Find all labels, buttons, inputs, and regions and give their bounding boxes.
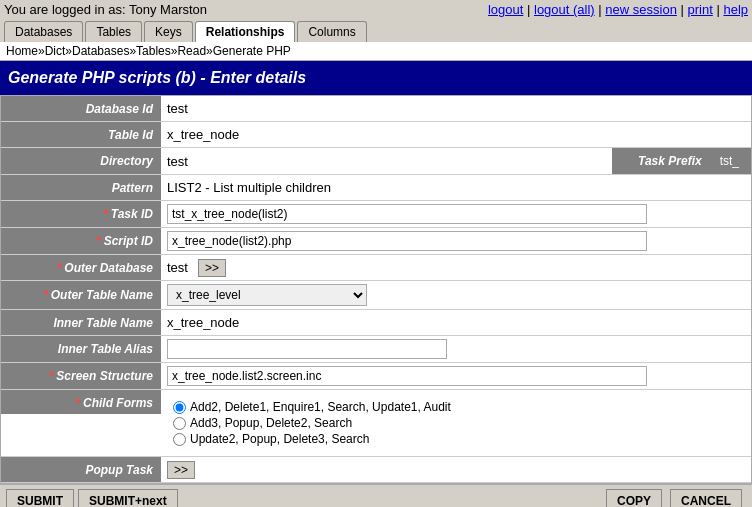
screen-structure-label-text: Screen Structure xyxy=(56,369,153,383)
directory-row: Directory test Task Prefix tst_ xyxy=(1,148,751,175)
child-forms-option-0-text: Add2, Delete1, Enquire1, Search, Update1… xyxy=(190,400,451,414)
directory-label: Directory xyxy=(1,148,161,174)
database-id-text: test xyxy=(167,101,188,116)
task-id-label: * Task ID xyxy=(1,201,161,227)
database-id-value: test xyxy=(161,96,751,121)
task-id-value xyxy=(161,201,751,227)
child-forms-label-text: Child Forms xyxy=(83,396,153,410)
outer-table-select[interactable]: x_tree_level xyxy=(167,284,367,306)
directory-value: test Task Prefix tst_ xyxy=(161,148,751,174)
child-forms-radio-1[interactable] xyxy=(173,417,186,430)
task-id-row: * Task ID xyxy=(1,201,751,228)
script-id-value xyxy=(161,228,751,254)
outer-table-label-text: Outer Table Name xyxy=(51,288,153,302)
outer-table-value: x_tree_level xyxy=(161,281,751,309)
table-id-text: x_tree_node xyxy=(167,127,239,142)
pattern-text: LIST2 - List multiple children xyxy=(167,180,331,195)
screen-structure-label: * Screen Structure xyxy=(1,363,161,389)
tab-relationships[interactable]: Relationships xyxy=(195,21,296,42)
child-forms-option-0[interactable]: Add2, Delete1, Enquire1, Search, Update1… xyxy=(173,400,451,414)
task-id-label-text: Task ID xyxy=(111,207,153,221)
screen-structure-row: * Screen Structure xyxy=(1,363,751,390)
table-id-row: Table Id x_tree_node xyxy=(1,122,751,148)
task-id-input[interactable] xyxy=(167,204,647,224)
outer-table-row: * Outer Table Name x_tree_level xyxy=(1,281,751,310)
child-forms-row: * Child Forms Add2, Delete1, Enquire1, S… xyxy=(1,390,751,457)
popup-task-row: Popup Task >> xyxy=(1,457,751,483)
outer-db-required: * xyxy=(57,261,62,275)
database-id-row: Database Id test xyxy=(1,96,751,122)
help-link[interactable]: help xyxy=(723,2,748,17)
script-id-input[interactable] xyxy=(167,231,647,251)
inner-alias-input[interactable] xyxy=(167,339,447,359)
database-id-label: Database Id xyxy=(1,96,161,121)
task-prefix-text: tst_ xyxy=(716,152,743,170)
logout-link[interactable]: logout xyxy=(488,2,523,17)
child-forms-option-2-text: Update2, Popup, Delete3, Search xyxy=(190,432,369,446)
outer-table-label: * Outer Table Name xyxy=(1,281,161,309)
pattern-row: Pattern LIST2 - List multiple children xyxy=(1,175,751,201)
inner-table-row: Inner Table Name x_tree_node xyxy=(1,310,751,336)
cancel-button[interactable]: CANCEL xyxy=(670,489,742,507)
tab-keys[interactable]: Keys xyxy=(144,21,193,42)
screen-structure-required: * xyxy=(49,369,54,383)
task-prefix-label: Task Prefix xyxy=(630,151,710,171)
new-session-link[interactable]: new session xyxy=(605,2,677,17)
tab-databases[interactable]: Databases xyxy=(4,21,83,42)
table-id-label: Table Id xyxy=(1,122,161,147)
submit-button[interactable]: SUBMIT xyxy=(6,489,74,507)
page-title: Generate PHP scripts (b) - Enter details xyxy=(0,61,752,95)
inner-table-value: x_tree_node xyxy=(161,310,751,335)
child-forms-radio-2[interactable] xyxy=(173,433,186,446)
table-id-value: x_tree_node xyxy=(161,122,751,147)
tab-columns[interactable]: Columns xyxy=(297,21,366,42)
child-forms-option-1-text: Add3, Popup, Delete2, Search xyxy=(190,416,352,430)
pattern-label: Pattern xyxy=(1,175,161,200)
outer-database-label: * Outer Database xyxy=(1,255,161,280)
popup-task-btn[interactable]: >> xyxy=(167,461,195,479)
print-link[interactable]: print xyxy=(688,2,713,17)
copy-button[interactable]: COPY xyxy=(606,489,662,507)
script-id-row: * Script ID xyxy=(1,228,751,255)
script-id-required: * xyxy=(96,234,101,248)
child-forms-required: * xyxy=(75,396,80,410)
user-info: You are logged in as: Tony Marston xyxy=(4,2,207,17)
outer-db-btn[interactable]: >> xyxy=(198,259,226,277)
inner-table-text: x_tree_node xyxy=(167,315,239,330)
script-id-label: * Script ID xyxy=(1,228,161,254)
top-links: logout | logout (all) | new session | pr… xyxy=(488,2,748,17)
outer-db-text: test xyxy=(167,260,188,275)
screen-structure-value xyxy=(161,363,751,389)
breadcrumb: Home»Dict»Databases»Tables»Read»Generate… xyxy=(0,42,752,61)
inner-alias-value xyxy=(161,336,751,362)
outer-db-label-text: Outer Database xyxy=(64,261,153,275)
child-forms-option-1[interactable]: Add3, Popup, Delete2, Search xyxy=(173,416,451,430)
outer-database-value: test >> xyxy=(161,255,751,280)
popup-task-label: Popup Task xyxy=(1,457,161,482)
child-forms-value: Add2, Delete1, Enquire1, Search, Update1… xyxy=(161,390,751,456)
footer-buttons: SUBMIT SUBMIT+next COPY CANCEL xyxy=(0,484,752,507)
top-bar: You are logged in as: Tony Marston logou… xyxy=(0,0,752,19)
tabs: Databases Tables Keys Relationships Colu… xyxy=(0,19,752,42)
child-forms-label: * Child Forms xyxy=(1,390,161,414)
tab-tables[interactable]: Tables xyxy=(85,21,142,42)
submit-next-button[interactable]: SUBMIT+next xyxy=(78,489,178,507)
inner-table-label: Inner Table Name xyxy=(1,310,161,335)
logout-all-link[interactable]: logout (all) xyxy=(534,2,595,17)
form-container: Database Id test Table Id x_tree_node Di… xyxy=(0,95,752,484)
inner-alias-row: Inner Table Alias xyxy=(1,336,751,363)
outer-database-row: * Outer Database test >> xyxy=(1,255,751,281)
screen-structure-input[interactable] xyxy=(167,366,647,386)
script-id-label-text: Script ID xyxy=(104,234,153,248)
task-id-required: * xyxy=(103,207,108,221)
inner-alias-label: Inner Table Alias xyxy=(1,336,161,362)
popup-task-value: >> xyxy=(161,457,751,482)
directory-text: test xyxy=(167,154,188,169)
child-forms-option-2[interactable]: Update2, Popup, Delete3, Search xyxy=(173,432,451,446)
outer-table-required: * xyxy=(43,288,48,302)
pattern-value: LIST2 - List multiple children xyxy=(161,175,751,200)
child-forms-radio-0[interactable] xyxy=(173,401,186,414)
